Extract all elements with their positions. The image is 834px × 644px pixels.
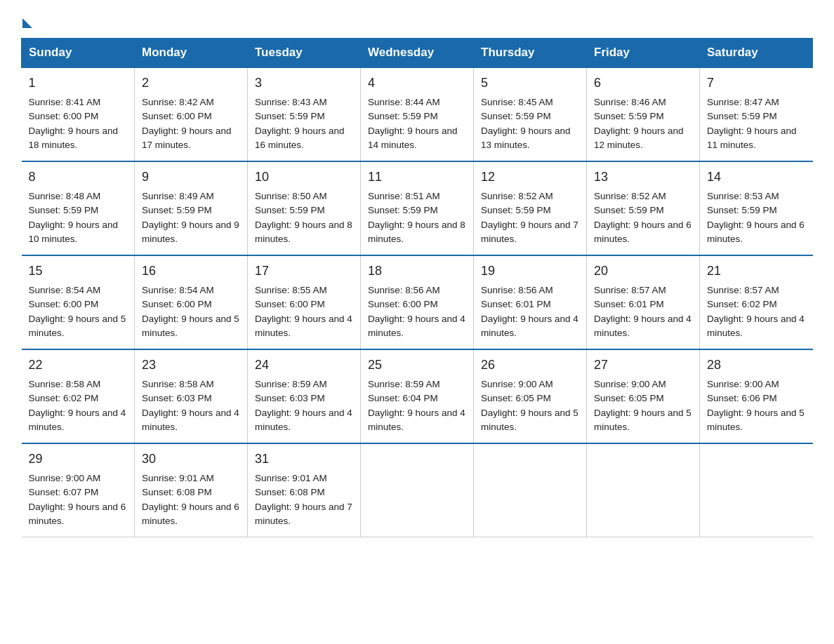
daylight-text: Daylight: 9 hours and 18 minutes.: [29, 126, 119, 150]
sunrise-text: Sunrise: 9:00 AM: [707, 379, 779, 389]
sunset-text: Sunset: 5:59 PM: [255, 205, 325, 215]
calendar-cell: [700, 443, 813, 537]
daylight-text: Daylight: 9 hours and 4 minutes.: [707, 314, 805, 338]
calendar-week-row: 29Sunrise: 9:00 AMSunset: 6:07 PMDayligh…: [22, 443, 813, 537]
day-number: 22: [29, 356, 128, 375]
sunrise-text: Sunrise: 9:00 AM: [594, 379, 666, 389]
sunset-text: Sunset: 6:02 PM: [29, 393, 99, 403]
daylight-text: Daylight: 9 hours and 7 minutes.: [255, 502, 352, 526]
sunset-text: Sunset: 5:59 PM: [594, 111, 664, 121]
sunrise-text: Sunrise: 8:57 AM: [707, 285, 779, 295]
sunset-text: Sunset: 6:01 PM: [481, 299, 551, 309]
calendar-cell: [474, 443, 587, 537]
column-header-wednesday: Wednesday: [361, 39, 474, 68]
sunrise-text: Sunrise: 8:48 AM: [29, 191, 101, 201]
calendar-cell: 4Sunrise: 8:44 AMSunset: 5:59 PMDaylight…: [361, 67, 474, 161]
sunrise-text: Sunrise: 8:42 AM: [142, 97, 214, 107]
calendar-cell: 24Sunrise: 8:59 AMSunset: 6:03 PMDayligh…: [248, 349, 361, 443]
calendar-cell: 1Sunrise: 8:41 AMSunset: 6:00 PMDaylight…: [22, 67, 135, 161]
calendar-cell: 20Sunrise: 8:57 AMSunset: 6:01 PMDayligh…: [587, 255, 700, 349]
logo-arrow-icon: [22, 18, 32, 28]
day-number: 29: [29, 450, 128, 469]
calendar-cell: 21Sunrise: 8:57 AMSunset: 6:02 PMDayligh…: [700, 255, 813, 349]
day-number: 25: [368, 356, 466, 375]
sunset-text: Sunset: 5:59 PM: [481, 205, 551, 215]
daylight-text: Daylight: 9 hours and 4 minutes.: [368, 314, 465, 338]
day-number: 31: [255, 450, 353, 469]
sunset-text: Sunset: 6:06 PM: [707, 393, 777, 403]
sunset-text: Sunset: 6:00 PM: [29, 299, 99, 309]
calendar-cell: 2Sunrise: 8:42 AMSunset: 6:00 PMDaylight…: [135, 67, 248, 161]
calendar-cell: 3Sunrise: 8:43 AMSunset: 5:59 PMDaylight…: [248, 67, 361, 161]
daylight-text: Daylight: 9 hours and 6 minutes.: [29, 502, 126, 526]
sunset-text: Sunset: 6:08 PM: [255, 487, 325, 497]
sunrise-text: Sunrise: 8:59 AM: [368, 379, 440, 389]
calendar-header-row: SundayMondayTuesdayWednesdayThursdayFrid…: [22, 39, 813, 68]
calendar-cell: 7Sunrise: 8:47 AMSunset: 5:59 PMDaylight…: [700, 67, 813, 161]
daylight-text: Daylight: 9 hours and 6 minutes.: [594, 220, 691, 244]
sunrise-text: Sunrise: 8:56 AM: [481, 285, 553, 295]
day-number: 14: [707, 168, 806, 187]
daylight-text: Daylight: 9 hours and 7 minutes.: [481, 220, 578, 244]
sunset-text: Sunset: 6:03 PM: [255, 393, 325, 403]
daylight-text: Daylight: 9 hours and 4 minutes.: [255, 314, 352, 338]
calendar-cell: 15Sunrise: 8:54 AMSunset: 6:00 PMDayligh…: [22, 255, 135, 349]
column-header-tuesday: Tuesday: [248, 39, 361, 68]
sunrise-text: Sunrise: 8:43 AM: [255, 97, 327, 107]
day-number: 10: [255, 168, 353, 187]
daylight-text: Daylight: 9 hours and 4 minutes.: [255, 408, 352, 432]
daylight-text: Daylight: 9 hours and 5 minutes.: [29, 314, 126, 338]
sunset-text: Sunset: 5:59 PM: [29, 205, 99, 215]
calendar-week-row: 8Sunrise: 8:48 AMSunset: 5:59 PMDaylight…: [22, 161, 813, 255]
sunrise-text: Sunrise: 8:44 AM: [368, 97, 440, 107]
daylight-text: Daylight: 9 hours and 12 minutes.: [594, 126, 684, 150]
day-number: 28: [707, 356, 806, 375]
sunrise-text: Sunrise: 8:55 AM: [255, 285, 327, 295]
calendar-cell: 30Sunrise: 9:01 AMSunset: 6:08 PMDayligh…: [135, 443, 248, 537]
day-number: 3: [255, 74, 353, 93]
calendar-cell: 22Sunrise: 8:58 AMSunset: 6:02 PMDayligh…: [22, 349, 135, 443]
column-header-monday: Monday: [135, 39, 248, 68]
column-header-sunday: Sunday: [22, 39, 135, 68]
calendar-cell: [361, 443, 474, 537]
calendar-cell: 29Sunrise: 9:00 AMSunset: 6:07 PMDayligh…: [22, 443, 135, 537]
calendar-cell: [587, 443, 700, 537]
calendar-cell: 9Sunrise: 8:49 AMSunset: 5:59 PMDaylight…: [135, 161, 248, 255]
page-header: [21, 14, 813, 25]
sunset-text: Sunset: 6:00 PM: [368, 299, 438, 309]
calendar-table: SundayMondayTuesdayWednesdayThursdayFrid…: [21, 38, 813, 537]
daylight-text: Daylight: 9 hours and 14 minutes.: [368, 126, 458, 150]
day-number: 27: [594, 356, 692, 375]
day-number: 12: [481, 168, 579, 187]
sunrise-text: Sunrise: 9:01 AM: [255, 473, 327, 483]
day-number: 15: [29, 262, 128, 281]
day-number: 4: [368, 74, 466, 93]
sunrise-text: Sunrise: 8:46 AM: [594, 97, 666, 107]
day-number: 26: [481, 356, 579, 375]
calendar-cell: 31Sunrise: 9:01 AMSunset: 6:08 PMDayligh…: [248, 443, 361, 537]
calendar-cell: 14Sunrise: 8:53 AMSunset: 5:59 PMDayligh…: [700, 161, 813, 255]
day-number: 13: [594, 168, 692, 187]
calendar-cell: 19Sunrise: 8:56 AMSunset: 6:01 PMDayligh…: [474, 255, 587, 349]
sunset-text: Sunset: 5:59 PM: [707, 111, 777, 121]
calendar-cell: 5Sunrise: 8:45 AMSunset: 5:59 PMDaylight…: [474, 67, 587, 161]
day-number: 6: [594, 74, 692, 93]
sunrise-text: Sunrise: 8:49 AM: [142, 191, 214, 201]
calendar-cell: 23Sunrise: 8:58 AMSunset: 6:03 PMDayligh…: [135, 349, 248, 443]
sunset-text: Sunset: 6:00 PM: [142, 111, 212, 121]
daylight-text: Daylight: 9 hours and 8 minutes.: [368, 220, 465, 244]
day-number: 19: [481, 262, 579, 281]
daylight-text: Daylight: 9 hours and 9 minutes.: [142, 220, 239, 244]
daylight-text: Daylight: 9 hours and 4 minutes.: [368, 408, 465, 432]
sunrise-text: Sunrise: 8:47 AM: [707, 97, 779, 107]
sunset-text: Sunset: 5:59 PM: [707, 205, 777, 215]
day-number: 8: [29, 168, 128, 187]
calendar-cell: 13Sunrise: 8:52 AMSunset: 5:59 PMDayligh…: [587, 161, 700, 255]
day-number: 11: [368, 168, 466, 187]
day-number: 18: [368, 262, 466, 281]
sunset-text: Sunset: 6:05 PM: [594, 393, 664, 403]
sunrise-text: Sunrise: 8:50 AM: [255, 191, 327, 201]
daylight-text: Daylight: 9 hours and 10 minutes.: [29, 220, 119, 244]
sunset-text: Sunset: 5:59 PM: [481, 111, 551, 121]
column-header-friday: Friday: [587, 39, 700, 68]
